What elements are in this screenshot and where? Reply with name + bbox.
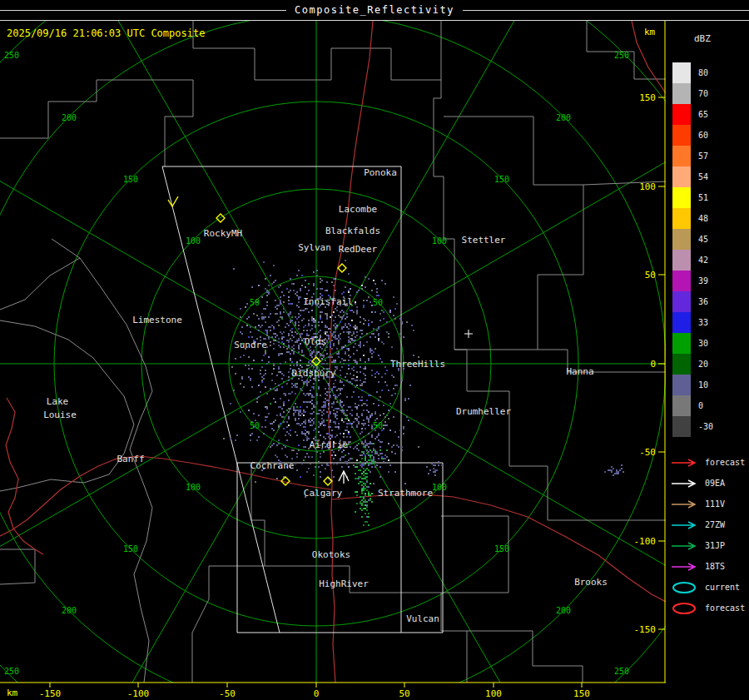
dbz-scale-row: 80 bbox=[672, 62, 713, 83]
dbz-scale-row: 54 bbox=[672, 166, 713, 187]
dbz-swatch bbox=[672, 208, 691, 229]
track-label: 27ZW bbox=[705, 520, 725, 529]
track-arrow-icon bbox=[671, 498, 701, 511]
dbz-swatch bbox=[672, 62, 691, 83]
dbz-scale-row: 20 bbox=[672, 354, 713, 375]
radar-map-area[interactable] bbox=[0, 21, 666, 683]
dbz-value-label: 30 bbox=[698, 339, 708, 348]
dbz-swatch bbox=[672, 333, 691, 354]
dbz-swatch bbox=[672, 291, 691, 312]
dbz-scale-row: 45 bbox=[672, 229, 713, 250]
dbz-swatch bbox=[672, 146, 691, 166]
dbz-swatch bbox=[672, 83, 691, 104]
right-axis-unit-label: km bbox=[644, 27, 655, 37]
dbz-swatch bbox=[672, 125, 691, 146]
dbz-scale-row: 30 bbox=[672, 333, 713, 354]
dbz-scale-row: 42 bbox=[672, 250, 713, 271]
window-title: Composite_Reflectivity bbox=[295, 4, 454, 16]
dbz-swatch bbox=[672, 166, 691, 187]
dbz-value-label: 57 bbox=[698, 151, 708, 161]
track-legend-row: 18TS bbox=[671, 556, 745, 577]
dbz-scale-row: 0 bbox=[672, 395, 713, 416]
track-label: forecast bbox=[705, 458, 745, 467]
track-arrow-icon bbox=[671, 539, 701, 553]
dbz-scale-row: 51 bbox=[672, 187, 713, 208]
dbz-value-label: 65 bbox=[698, 110, 708, 119]
title-rule-left bbox=[0, 10, 286, 11]
dbz-value-label: 39 bbox=[698, 276, 708, 285]
dbz-value-label: 70 bbox=[698, 89, 708, 98]
track-arrow-icon bbox=[671, 456, 701, 469]
title-rule-right bbox=[463, 10, 749, 11]
bottom-axis-unit-label: km bbox=[7, 688, 17, 698]
dbz-value-label: 80 bbox=[698, 68, 708, 77]
track-label: 31JP bbox=[705, 541, 725, 550]
dbz-swatch bbox=[672, 229, 691, 250]
track-legend-row: current bbox=[671, 577, 745, 598]
track-legend-row: forecast bbox=[671, 598, 745, 618]
dbz-scale-row: 39 bbox=[672, 271, 713, 291]
dbz-value-label: 10 bbox=[698, 380, 708, 390]
track-legend-row: 31JP bbox=[671, 535, 745, 556]
dbz-scale-row: 57 bbox=[672, 146, 713, 166]
dbz-scale-row: -30 bbox=[672, 416, 713, 437]
dbz-scale-row: 10 bbox=[672, 375, 713, 395]
title-bar: Composite_Reflectivity bbox=[0, 0, 749, 20]
dbz-scale-row: 70 bbox=[672, 83, 713, 104]
dbz-value-label: 33 bbox=[698, 318, 708, 327]
dbz-color-scale: 807065605754514845423936333020100-30 bbox=[672, 62, 713, 437]
dbz-swatch bbox=[672, 187, 691, 208]
storm-track-legend: forecast09EA111V27ZW31JP18TScurrentforec… bbox=[671, 452, 745, 618]
dbz-scale-title: dBZ bbox=[694, 33, 711, 44]
dbz-scale-row: 65 bbox=[672, 104, 713, 125]
dbz-value-label: 42 bbox=[698, 256, 708, 265]
dbz-swatch bbox=[672, 375, 691, 395]
track-label: current bbox=[705, 583, 740, 592]
dbz-scale-row: 48 bbox=[672, 208, 713, 229]
dbz-scale-row: 36 bbox=[672, 291, 713, 312]
track-legend-row: 111V bbox=[671, 494, 745, 514]
dbz-swatch bbox=[672, 354, 691, 375]
dbz-value-label: 20 bbox=[698, 360, 708, 369]
track-arrow-icon bbox=[671, 560, 701, 573]
dbz-value-label: 45 bbox=[698, 235, 708, 244]
timestamp-label: 2025/09/16 21:06:03 UTC Composite bbox=[7, 27, 205, 39]
dbz-swatch bbox=[672, 271, 691, 291]
dbz-swatch bbox=[672, 104, 691, 125]
dbz-swatch bbox=[672, 395, 691, 416]
track-arrow-icon bbox=[671, 477, 701, 490]
track-label: 09EA bbox=[705, 479, 725, 488]
track-label: forecast bbox=[705, 603, 745, 613]
track-ellipse-icon bbox=[671, 602, 701, 615]
dbz-scale-row: 60 bbox=[672, 125, 713, 146]
track-arrow-icon bbox=[671, 519, 701, 532]
dbz-value-label: 60 bbox=[698, 131, 708, 140]
track-label: 111V bbox=[705, 499, 725, 509]
track-ellipse-icon bbox=[671, 581, 701, 594]
dbz-value-label: 51 bbox=[698, 193, 708, 202]
track-label: 18TS bbox=[705, 562, 725, 571]
track-legend-row: 27ZW bbox=[671, 514, 745, 535]
dbz-swatch bbox=[672, 416, 691, 437]
dbz-swatch bbox=[672, 312, 691, 333]
dbz-value-label: 54 bbox=[698, 172, 708, 181]
track-legend-row: forecast bbox=[671, 452, 745, 473]
dbz-value-label: 48 bbox=[698, 214, 708, 223]
dbz-value-label: -30 bbox=[698, 422, 713, 431]
dbz-value-label: 0 bbox=[698, 401, 703, 410]
dbz-value-label: 36 bbox=[698, 297, 708, 306]
dbz-swatch bbox=[672, 250, 691, 271]
track-legend-row: 09EA bbox=[671, 473, 745, 494]
dbz-scale-row: 33 bbox=[672, 312, 713, 333]
title-underline bbox=[0, 20, 749, 21]
